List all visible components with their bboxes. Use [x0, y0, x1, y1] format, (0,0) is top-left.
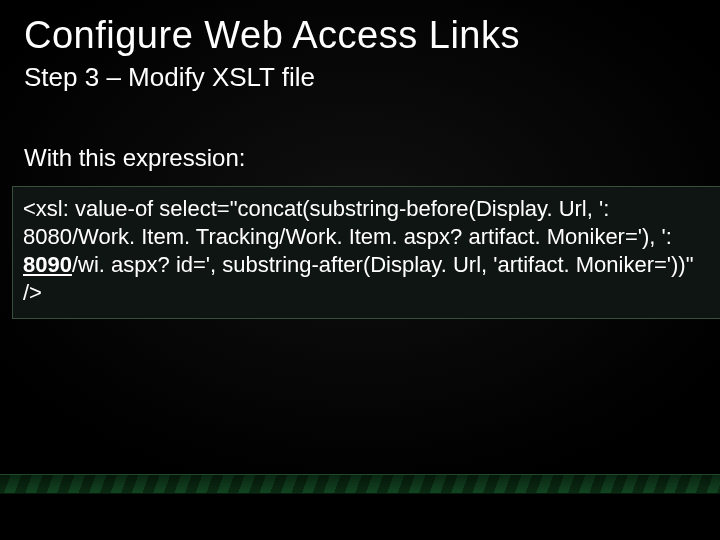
- code-emphasis: 8090: [23, 252, 72, 277]
- page-subtitle: Step 3 – Modify XSLT file: [24, 62, 315, 93]
- slide: Configure Web Access Links Step 3 – Modi…: [0, 0, 720, 540]
- code-post: /wi. aspx? id=', substring-after(Display…: [23, 252, 693, 305]
- body-lead: With this expression:: [24, 144, 245, 172]
- footer-decoration: [0, 474, 720, 494]
- page-title: Configure Web Access Links: [24, 14, 520, 57]
- code-pre: <xsl: value-of select="concat(substring-…: [23, 196, 672, 249]
- code-block: <xsl: value-of select="concat(substring-…: [12, 186, 720, 319]
